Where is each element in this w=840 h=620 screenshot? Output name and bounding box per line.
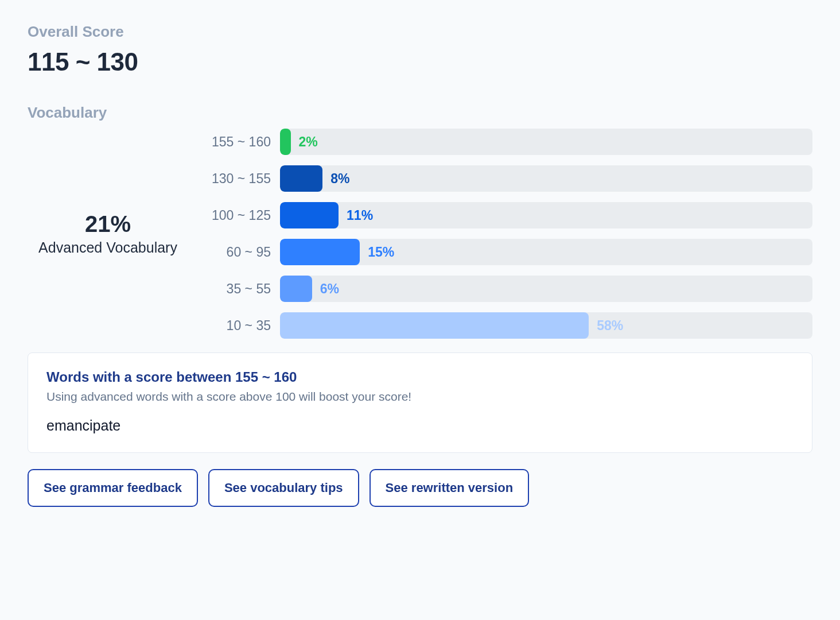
overall-score-value: 115 ~ 130 xyxy=(28,48,812,76)
rewritten-version-button[interactable]: See rewritten version xyxy=(370,469,530,507)
words-card: Words with a score between 155 ~ 160 Usi… xyxy=(28,352,812,453)
bar-range-label: 155 ~ 160 xyxy=(202,134,271,150)
bar-fill xyxy=(280,312,589,339)
words-list: emancipate xyxy=(46,417,794,434)
bar-value-label: 58% xyxy=(597,318,623,334)
words-card-subtitle: Using advanced words with a score above … xyxy=(46,390,794,404)
bar-range-label: 35 ~ 55 xyxy=(202,281,271,297)
bar-range-label: 130 ~ 155 xyxy=(202,171,271,187)
advanced-vocab-pct: 21% xyxy=(28,211,188,237)
grammar-feedback-button[interactable]: See grammar feedback xyxy=(28,469,198,507)
word-item: emancipate xyxy=(46,417,794,434)
bar-row[interactable]: 35 ~ 556% xyxy=(202,276,812,302)
bar-fill xyxy=(280,202,339,228)
bar-value-label: 15% xyxy=(368,245,394,260)
bar-value-label: 11% xyxy=(347,208,373,223)
advanced-vocab-summary: 21% Advanced Vocabulary xyxy=(28,211,188,256)
bar-range-label: 100 ~ 125 xyxy=(202,208,271,223)
bar-row[interactable]: 60 ~ 9515% xyxy=(202,239,812,265)
vocabulary-block: 21% Advanced Vocabulary 155 ~ 1602%130 ~… xyxy=(28,129,812,339)
bar-value-label: 8% xyxy=(330,171,349,187)
vocabulary-tips-button[interactable]: See vocabulary tips xyxy=(208,469,359,507)
action-buttons-row: See grammar feedback See vocabulary tips… xyxy=(28,469,812,507)
bar-value-label: 2% xyxy=(299,134,318,150)
bar-row[interactable]: 155 ~ 1602% xyxy=(202,129,812,155)
bar-track: 2% xyxy=(280,129,812,155)
vocab-bars: 155 ~ 1602%130 ~ 1558%100 ~ 12511%60 ~ 9… xyxy=(202,129,812,339)
bar-fill xyxy=(280,239,360,265)
bar-fill xyxy=(280,129,291,155)
bar-row[interactable]: 130 ~ 1558% xyxy=(202,165,812,192)
words-card-title: Words with a score between 155 ~ 160 xyxy=(46,369,794,385)
bar-fill xyxy=(280,165,322,192)
bar-track: 8% xyxy=(280,165,812,192)
bar-track: 6% xyxy=(280,276,812,302)
advanced-vocab-label: Advanced Vocabulary xyxy=(28,239,188,256)
bar-range-label: 60 ~ 95 xyxy=(202,245,271,260)
overall-score-label: Overall Score xyxy=(28,23,812,41)
bar-row[interactable]: 100 ~ 12511% xyxy=(202,202,812,228)
bar-track: 58% xyxy=(280,312,812,339)
bar-fill xyxy=(280,276,312,302)
bar-value-label: 6% xyxy=(320,281,339,297)
bar-track: 15% xyxy=(280,239,812,265)
bar-row[interactable]: 10 ~ 3558% xyxy=(202,312,812,339)
vocabulary-label: Vocabulary xyxy=(28,104,812,122)
bar-track: 11% xyxy=(280,202,812,228)
bar-range-label: 10 ~ 35 xyxy=(202,318,271,334)
